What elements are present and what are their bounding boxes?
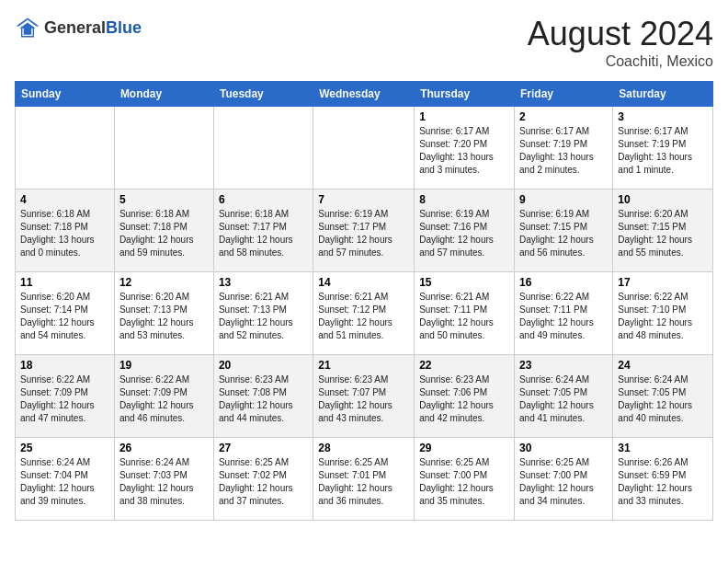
day-number: 16 [519,276,608,289]
col-sunday: Sunday [16,82,115,107]
page-header: GeneralBlue August 2024 Coachiti, Mexico [15,15,713,70]
day-info: Sunrise: 6:23 AMSunset: 7:07 PMDaylight:… [318,373,409,425]
day-number: 17 [618,276,708,289]
week-row-5: 25Sunrise: 6:24 AMSunset: 7:04 PMDayligh… [16,438,713,521]
col-monday: Monday [114,82,213,107]
col-wednesday: Wednesday [313,82,415,107]
day-number: 2 [519,110,608,123]
day-info: Sunrise: 6:19 AMSunset: 7:15 PMDaylight:… [519,208,608,259]
day-info: Sunrise: 6:24 AMSunset: 7:03 PMDaylight:… [119,456,209,508]
day-cell-5-7: 31Sunrise: 6:26 AMSunset: 6:59 PMDayligh… [613,438,713,521]
logo-general: General [44,18,106,37]
day-cell-2-6: 9Sunrise: 6:19 AMSunset: 7:15 PMDaylight… [515,190,613,272]
day-cell-1-5: 1Sunrise: 6:17 AMSunset: 7:20 PMDaylight… [415,107,515,190]
day-number: 29 [419,442,509,454]
day-number: 14 [318,276,409,289]
day-number: 13 [219,276,308,289]
calendar-table: Sunday Monday Tuesday Wednesday Thursday… [15,81,713,521]
day-cell-4-6: 23Sunrise: 6:24 AMSunset: 7:05 PMDayligh… [515,355,613,438]
day-cell-2-7: 10Sunrise: 6:20 AMSunset: 7:15 PMDayligh… [613,190,713,272]
day-info: Sunrise: 6:18 AMSunset: 7:17 PMDaylight:… [219,208,308,259]
day-number: 21 [318,359,409,372]
day-info: Sunrise: 6:22 AMSunset: 7:10 PMDaylight:… [618,291,708,342]
day-info: Sunrise: 6:21 AMSunset: 7:12 PMDaylight:… [318,291,409,342]
day-info: Sunrise: 6:20 AMSunset: 7:15 PMDaylight:… [618,208,708,259]
day-info: Sunrise: 6:26 AMSunset: 6:59 PMDaylight:… [618,456,708,508]
day-cell-4-3: 20Sunrise: 6:23 AMSunset: 7:08 PMDayligh… [213,355,313,438]
calendar-header-row: Sunday Monday Tuesday Wednesday Thursday… [16,82,713,107]
day-info: Sunrise: 6:23 AMSunset: 7:08 PMDaylight:… [219,373,308,425]
col-tuesday: Tuesday [213,82,313,107]
day-info: Sunrise: 6:21 AMSunset: 7:11 PMDaylight:… [419,291,509,342]
day-info: Sunrise: 6:20 AMSunset: 7:14 PMDaylight:… [20,291,109,342]
day-number: 30 [519,442,608,454]
day-cell-2-3: 6Sunrise: 6:18 AMSunset: 7:17 PMDaylight… [213,190,313,272]
day-number: 20 [219,359,308,372]
day-cell-4-1: 18Sunrise: 6:22 AMSunset: 7:09 PMDayligh… [16,355,115,438]
day-cell-3-6: 16Sunrise: 6:22 AMSunset: 7:11 PMDayligh… [515,272,613,355]
day-number: 25 [20,442,109,454]
day-info: Sunrise: 6:24 AMSunset: 7:05 PMDaylight:… [519,373,608,425]
day-number: 9 [519,193,608,206]
day-cell-5-3: 27Sunrise: 6:25 AMSunset: 7:02 PMDayligh… [213,438,313,521]
day-info: Sunrise: 6:25 AMSunset: 7:02 PMDaylight:… [219,456,308,508]
logo-icon [15,15,40,40]
day-cell-5-5: 29Sunrise: 6:25 AMSunset: 7:00 PMDayligh… [415,438,515,521]
day-number: 1 [419,110,509,123]
day-cell-3-2: 12Sunrise: 6:20 AMSunset: 7:13 PMDayligh… [114,272,213,355]
col-saturday: Saturday [613,82,713,107]
day-number: 8 [419,193,509,206]
day-cell-1-4 [313,107,415,190]
day-cell-3-1: 11Sunrise: 6:20 AMSunset: 7:14 PMDayligh… [16,272,115,355]
day-number: 19 [119,359,209,372]
day-info: Sunrise: 6:24 AMSunset: 7:04 PMDaylight:… [20,456,109,508]
week-row-3: 11Sunrise: 6:20 AMSunset: 7:14 PMDayligh… [16,272,713,355]
logo: GeneralBlue [15,15,142,40]
main-title: August 2024 [528,15,713,53]
day-cell-4-7: 24Sunrise: 6:24 AMSunset: 7:05 PMDayligh… [613,355,713,438]
day-cell-4-2: 19Sunrise: 6:22 AMSunset: 7:09 PMDayligh… [114,355,213,438]
day-info: Sunrise: 6:18 AMSunset: 7:18 PMDaylight:… [119,208,209,259]
day-info: Sunrise: 6:19 AMSunset: 7:17 PMDaylight:… [318,208,409,259]
day-number: 28 [318,442,409,454]
day-number: 18 [20,359,109,372]
day-cell-2-2: 5Sunrise: 6:18 AMSunset: 7:18 PMDaylight… [114,190,213,272]
day-number: 6 [219,193,308,206]
day-number: 27 [219,442,308,454]
day-cell-1-1 [16,107,115,190]
day-info: Sunrise: 6:18 AMSunset: 7:18 PMDaylight:… [20,208,109,259]
day-info: Sunrise: 6:22 AMSunset: 7:09 PMDaylight:… [119,373,209,425]
day-info: Sunrise: 6:20 AMSunset: 7:13 PMDaylight:… [119,291,209,342]
day-cell-5-4: 28Sunrise: 6:25 AMSunset: 7:01 PMDayligh… [313,438,415,521]
day-number: 23 [519,359,608,372]
day-info: Sunrise: 6:17 AMSunset: 7:19 PMDaylight:… [519,125,608,177]
day-info: Sunrise: 6:17 AMSunset: 7:19 PMDaylight:… [618,125,708,177]
day-cell-2-5: 8Sunrise: 6:19 AMSunset: 7:16 PMDaylight… [415,190,515,272]
day-number: 11 [20,276,109,289]
day-number: 7 [318,193,409,206]
day-number: 10 [618,193,708,206]
day-info: Sunrise: 6:24 AMSunset: 7:05 PMDaylight:… [618,373,708,425]
week-row-2: 4Sunrise: 6:18 AMSunset: 7:18 PMDaylight… [16,190,713,272]
day-cell-2-4: 7Sunrise: 6:19 AMSunset: 7:17 PMDaylight… [313,190,415,272]
day-info: Sunrise: 6:23 AMSunset: 7:06 PMDaylight:… [419,373,509,425]
week-row-4: 18Sunrise: 6:22 AMSunset: 7:09 PMDayligh… [16,355,713,438]
day-cell-5-2: 26Sunrise: 6:24 AMSunset: 7:03 PMDayligh… [114,438,213,521]
day-number: 3 [618,110,708,123]
day-info: Sunrise: 6:22 AMSunset: 7:09 PMDaylight:… [20,373,109,425]
day-info: Sunrise: 6:25 AMSunset: 7:00 PMDaylight:… [519,456,608,508]
title-block: August 2024 Coachiti, Mexico [528,15,713,70]
day-number: 22 [419,359,509,372]
day-cell-5-6: 30Sunrise: 6:25 AMSunset: 7:00 PMDayligh… [515,438,613,521]
day-cell-3-5: 15Sunrise: 6:21 AMSunset: 7:11 PMDayligh… [415,272,515,355]
col-thursday: Thursday [415,82,515,107]
day-info: Sunrise: 6:19 AMSunset: 7:16 PMDaylight:… [419,208,509,259]
day-info: Sunrise: 6:25 AMSunset: 7:01 PMDaylight:… [318,456,409,508]
subtitle: Coachiti, Mexico [528,53,713,70]
day-cell-4-5: 22Sunrise: 6:23 AMSunset: 7:06 PMDayligh… [415,355,515,438]
day-cell-1-3 [213,107,313,190]
day-cell-2-1: 4Sunrise: 6:18 AMSunset: 7:18 PMDaylight… [16,190,115,272]
day-info: Sunrise: 6:21 AMSunset: 7:13 PMDaylight:… [219,291,308,342]
day-cell-1-7: 3Sunrise: 6:17 AMSunset: 7:19 PMDaylight… [613,107,713,190]
day-number: 31 [618,442,708,454]
